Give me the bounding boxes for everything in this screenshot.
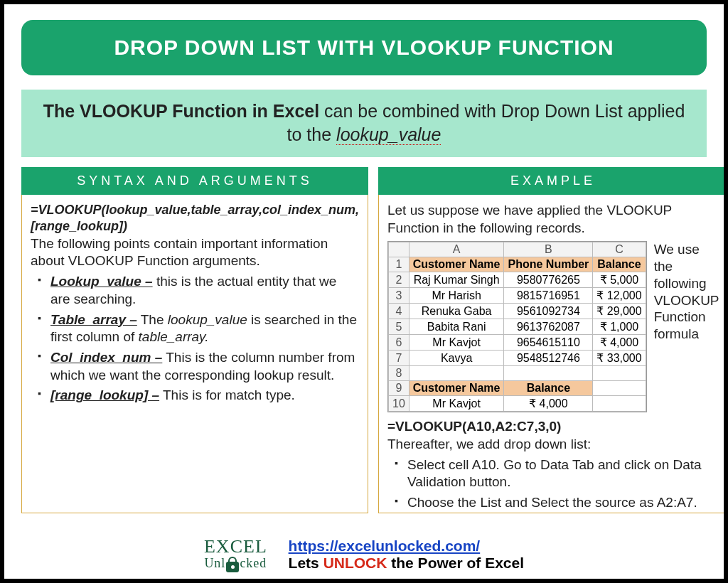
intro-emphasis: lookup_value: [336, 124, 441, 145]
example-after: Thereafter, we add drop down list:: [387, 436, 719, 454]
arg-range-lookup: [range_lookup] – This is for match type.: [35, 387, 359, 405]
arg-table-array: Table_array – The lookup_value is search…: [35, 311, 359, 346]
example-lead: Let us suppose we have applied the VLOOK…: [387, 202, 719, 237]
example-header: EXAMPLE: [378, 167, 728, 195]
example-spreadsheet: ABC 1Customer NamePhone NumberBalance 2R…: [387, 241, 647, 412]
footer-link[interactable]: https://excelunlocked.com/: [289, 537, 481, 554]
example-steps: Select cell A10. Go to Data Tab and clic…: [387, 456, 719, 512]
example-column: EXAMPLE Let us suppose we have applied t…: [378, 167, 728, 513]
syntax-lead: The following points contain important i…: [31, 235, 359, 270]
arg-col-index: Col_index_num – This is the column numbe…: [35, 349, 359, 384]
lock-icon: [226, 557, 239, 572]
intro-bold: The VLOOKUP Function in Excel: [43, 101, 319, 121]
tagline: Lets UNLOCK the Power of Excel: [289, 555, 524, 571]
title-banner: DROP DOWN LIST WITH VLOOKUP FUNCTION: [21, 20, 707, 75]
arg-lookup-value: Lookup_value – this is the actual entity…: [35, 273, 359, 308]
argument-list: Lookup_value – this is the actual entity…: [31, 273, 359, 405]
example-side-note: We use the following VLOOKUP Function fo…: [654, 241, 719, 343]
logo: EXCEL Unlcked: [204, 538, 267, 570]
intro-box: The VLOOKUP Function in Excel can be com…: [21, 90, 707, 157]
syntax-column: SYNTAX AND ARGUMENTS =VLOOKUP(lookup_val…: [21, 167, 368, 513]
step-2: Choose the List and Select the source as…: [392, 494, 719, 512]
syntax-formula: =VLOOKUP(lookup_value,table_array,col_in…: [31, 202, 359, 235]
columns: SYNTAX AND ARGUMENTS =VLOOKUP(lookup_val…: [21, 167, 707, 513]
footer: EXCEL Unlcked https://excelunlocked.com/…: [4, 537, 724, 572]
syntax-body: =VLOOKUP(lookup_value,table_array,col_in…: [21, 195, 368, 513]
example-body: Let us suppose we have applied the VLOOK…: [378, 195, 728, 513]
syntax-header: SYNTAX AND ARGUMENTS: [21, 167, 368, 195]
step-1: Select cell A10. Go to Data Tab and clic…: [392, 456, 719, 491]
example-formula: =VLOOKUP(A10,A2:C7,3,0): [387, 418, 719, 436]
